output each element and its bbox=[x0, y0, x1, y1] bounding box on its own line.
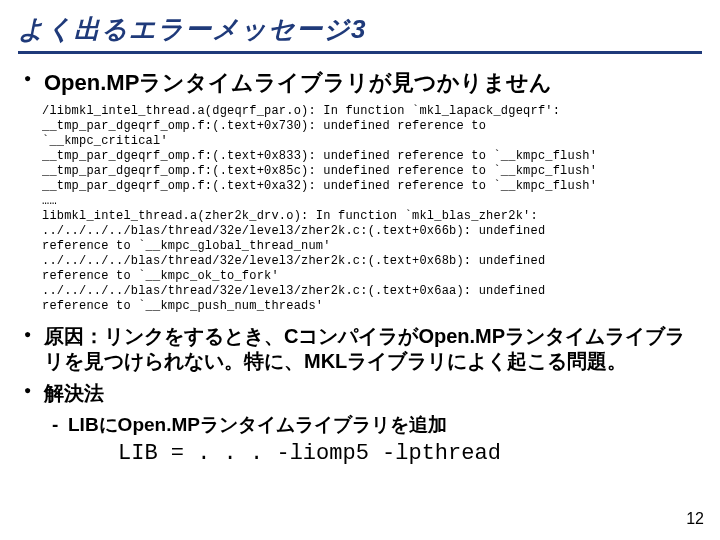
page-number: 12 bbox=[686, 510, 704, 528]
solution-command: LIB = . . . -liomp5 -lpthread bbox=[68, 440, 702, 469]
solution-item: LIBにOpen.MPランタイムライブラリを追加 LIB = . . . -li… bbox=[52, 413, 702, 468]
solution-text: LIBにOpen.MPランタイムライブラリを追加 bbox=[68, 414, 447, 435]
page-title: よく出るエラーメッセージ3 bbox=[18, 12, 702, 54]
slide-content: よく出るエラーメッセージ3 Open.MPランタイムライブラリが見つかりません … bbox=[0, 0, 720, 468]
error-output-code: /libmkl_intel_thread.a(dgeqrf_par.o): In… bbox=[42, 104, 702, 314]
solution-sublist: LIBにOpen.MPランタイムライブラリを追加 LIB = . . . -li… bbox=[18, 413, 702, 468]
bullet-solution: 解決法 bbox=[22, 380, 702, 407]
bullet-error-heading: Open.MPランタイムライブラリが見つかりません bbox=[22, 68, 702, 98]
bullet-list: Open.MPランタイムライブラリが見つかりません bbox=[18, 68, 702, 98]
bullet-list-2: 原因：リンクをするとき、CコンパイラがOpen.MPランタイムライブラリを見つけ… bbox=[18, 324, 702, 407]
bullet-cause: 原因：リンクをするとき、CコンパイラがOpen.MPランタイムライブラリを見つけ… bbox=[22, 324, 702, 374]
